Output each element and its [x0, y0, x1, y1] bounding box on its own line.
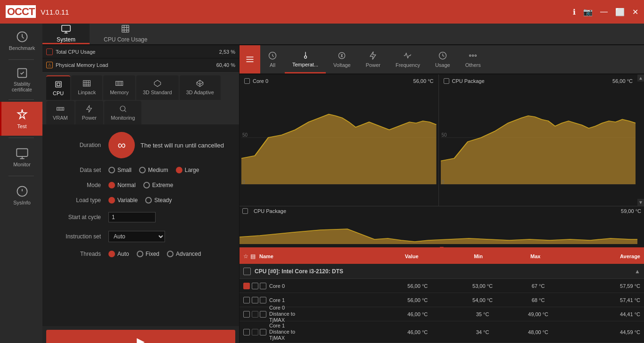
loadtype-row: Load type Variable Steady — [52, 197, 230, 204]
test-tab-monitoring[interactable]: Monitoring — [104, 101, 141, 124]
dataset-row: Data set Small Medium Large — [52, 167, 230, 173]
minimize-icon[interactable]: — — [600, 8, 608, 16]
close-icon[interactable]: ✕ — [632, 8, 638, 16]
sensor-nav-frequency[interactable]: Frequency — [388, 45, 428, 74]
titlebar: OCCT V11.0.11 ℹ 📷 — ⬜ ✕ — [0, 0, 644, 24]
radio-circle-advanced — [167, 251, 173, 257]
sidebar-item-label: Monitor — [13, 162, 31, 167]
sidebar-divider2 — [8, 99, 34, 100]
start-cycle-input[interactable] — [108, 212, 156, 222]
radio-circle-small — [108, 167, 115, 173]
sensor-nav-voltage[interactable]: Voltage — [326, 45, 358, 74]
chart-cpu-package-body: 50 0 — [441, 86, 636, 189]
svg-rect-6 — [56, 82, 61, 87]
chart-value: 56,00 °C — [413, 78, 434, 84]
svg-marker-20 — [241, 114, 437, 185]
radio-label: Variable — [117, 197, 138, 204]
info-icon[interactable]: ℹ — [573, 8, 576, 16]
test-tab-vram[interactable]: VRAM — [46, 101, 74, 124]
start-button[interactable]: ▶ — [46, 330, 235, 343]
radio-circle-normal — [108, 182, 115, 188]
sensor-nav-others[interactable]: Others — [458, 45, 488, 74]
radio-large[interactable]: Large — [176, 167, 199, 173]
svg-point-16 — [472, 55, 474, 56]
table-row: Core 0 56,00 °C 53,00 °C 67 °C 57,59 °C — [239, 279, 644, 293]
bottom-chart-header: CPU Package 59,00 °C — [239, 206, 644, 216]
cpu-usage-label: Total CPU Usage — [56, 49, 219, 55]
tab-cpu-core-usage[interactable]: CPU Core Usage — [90, 24, 162, 44]
sidebar-item-test[interactable]: Test — [0, 102, 42, 136]
row-checkbox[interactable] — [243, 283, 250, 289]
radio-label: Medium — [148, 167, 168, 173]
maximize-icon[interactable]: ⬜ — [615, 8, 625, 16]
test-tab-cpu[interactable]: CPU — [46, 75, 70, 100]
radio-advanced[interactable]: Advanced — [167, 251, 201, 257]
chart-scrollbar[interactable]: ▲ ▼ — [637, 74, 644, 206]
chart-icon — [444, 78, 449, 84]
table-row: Core 1Distance toTjMAX 46,00 °C 34 °C 48… — [239, 321, 644, 343]
tab-system[interactable]: System — [42, 24, 90, 44]
radio-auto[interactable]: Auto — [108, 251, 129, 257]
test-tab-3d-adaptive[interactable]: 3D Adaptive — [180, 75, 221, 100]
radio-fixed[interactable]: Fixed — [137, 251, 159, 257]
sensor-nav-power[interactable]: Power — [358, 45, 388, 74]
row-name: Core 1Distance toTjMAX — [269, 323, 380, 342]
instruction-set-select[interactable]: Auto — [108, 231, 165, 242]
sensor-nav-menu[interactable] — [239, 45, 260, 74]
sidebar-item-benchmark[interactable]: Benchmark — [0, 24, 42, 57]
test-tab-3d-standard[interactable]: 3D Standard — [136, 75, 179, 100]
row-name: Core 1 — [269, 297, 380, 303]
chart-cpu-package-header: CPU Package 56,00 °C — [441, 76, 636, 86]
duration-text: The test will run until cancelled — [140, 142, 224, 149]
test-tab-power[interactable]: Power — [75, 101, 103, 124]
infinity-icon: ∞ — [108, 132, 135, 158]
row-avg: 44,41 °C — [566, 311, 640, 317]
test-tab-memory[interactable]: Memory — [103, 75, 135, 100]
scroll-down-arrow[interactable]: ▼ — [637, 199, 644, 206]
sidebar-divider3 — [8, 138, 34, 138]
row-checkbox[interactable] — [243, 297, 250, 303]
chart-icon — [242, 208, 248, 214]
sensor-nav-usage[interactable]: Usage — [428, 45, 458, 74]
radio-normal[interactable]: Normal — [108, 182, 136, 188]
threads-row: Threads Auto Fixed Advanced — [52, 251, 230, 257]
tab-label: VRAM — [53, 115, 68, 121]
loadtype-label: Load type — [52, 197, 108, 204]
radio-variable[interactable]: Variable — [108, 197, 138, 204]
radio-steady[interactable]: Steady — [145, 197, 172, 204]
sidebar-item-monitor[interactable]: Monitor — [0, 140, 42, 174]
radio-small[interactable]: Small — [108, 167, 132, 173]
sidebar-item-sysinfo[interactable]: SysInfo — [0, 178, 42, 212]
camera-icon[interactable]: 📷 — [583, 8, 593, 16]
row-min: 35 °C — [455, 311, 511, 317]
sensor-nav-all[interactable]: All — [260, 45, 285, 74]
row-checkbox[interactable] — [243, 329, 250, 335]
radio-extreme[interactable]: Extreme — [143, 182, 173, 188]
radio-label: Normal — [117, 182, 136, 188]
radio-medium[interactable]: Medium — [139, 167, 168, 173]
radio-label: Extreme — [152, 182, 173, 188]
row-icons — [252, 311, 266, 318]
mode-row: Mode Normal Extreme — [52, 182, 230, 188]
tab-label: 3D Standard — [143, 90, 172, 95]
row-checkbox[interactable] — [243, 311, 250, 318]
scroll-up-arrow[interactable]: ▲ — [637, 74, 644, 82]
expand-arrow[interactable]: ▼ — [438, 245, 445, 252]
sidebar-item-stability[interactable]: Stabilitycertificate — [0, 62, 42, 98]
cpu-icon — [46, 49, 53, 55]
svg-rect-7 — [57, 83, 60, 86]
col-value-header: Value — [373, 253, 450, 259]
row-value: 56,00 °C — [380, 283, 454, 289]
chart-core0-body: 50 0 — [241, 86, 437, 189]
sensor-nav: All Temperat... Voltage Power Frequency — [239, 45, 644, 74]
group-chevron-icon[interactable]: ▲ — [635, 268, 640, 275]
sensor-nav-temperature[interactable]: Temperat... — [285, 45, 326, 74]
memory-label: Physical Memory Load — [56, 62, 216, 68]
svg-marker-24 — [239, 229, 637, 244]
row-icon-data — [260, 311, 266, 318]
bottom-chart-title: CPU Package — [254, 208, 286, 214]
loadtype-options: Variable Steady — [108, 197, 172, 204]
y-label-50: 50 — [442, 132, 447, 138]
radio-circle-steady — [145, 197, 152, 204]
test-tab-linpack[interactable]: Linpack — [71, 75, 102, 100]
